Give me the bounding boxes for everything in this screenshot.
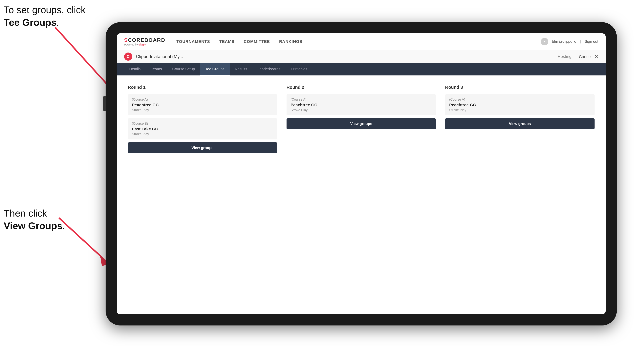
- round-3-course-a-card: (Course A) Peachtree GC Stroke Play: [445, 94, 594, 115]
- round-1-course-a-format: Stroke Play: [132, 108, 273, 112]
- round-3-course-a-format: Stroke Play: [449, 108, 590, 112]
- cancel-button[interactable]: Cancel ✕: [579, 54, 598, 59]
- round-2-view-groups-button[interactable]: View groups: [286, 118, 436, 129]
- tablet-screen: SCOREBOARD Powered by clippit TOURNAMENT…: [117, 33, 606, 314]
- round-2-course-a-name: Peachtree GC: [290, 103, 432, 107]
- main-nav: TOURNAMENTS TEAMS COMMITTEE RANKINGS: [176, 38, 541, 45]
- cancel-icon: ✕: [594, 54, 598, 59]
- user-avatar: ●: [541, 38, 548, 45]
- round-1-course-b-card: (Course B) East Lake GC Stroke Play: [128, 118, 277, 140]
- hosting-badge: Hosting: [558, 54, 572, 59]
- tab-results[interactable]: Results: [230, 63, 252, 75]
- tablet-frame: SCOREBOARD Powered by clippit TOURNAMENT…: [106, 22, 617, 326]
- round-2-course-a-label: (Course A): [290, 98, 432, 102]
- svg-line-0: [56, 28, 111, 89]
- round-2-title: Round 2: [286, 85, 436, 90]
- tab-details[interactable]: Details: [124, 63, 146, 75]
- round-1-course-a-label: (Course A): [132, 98, 273, 102]
- nav-committee[interactable]: COMMITTEE: [244, 38, 270, 45]
- content-area: Round 1 (Course A) Peachtree GC Stroke P…: [117, 75, 606, 314]
- user-area: ● blair@clippd.io | Sign out: [541, 38, 598, 45]
- logo-scoreboard: SCOREBOARD: [124, 37, 165, 43]
- round-3-view-groups-button[interactable]: View groups: [445, 118, 594, 129]
- user-email: blair@clippd.io: [552, 39, 576, 44]
- round-1-course-b-label: (Course B): [132, 122, 273, 126]
- tab-bar: Details Teams Course Setup Tee Groups Re…: [117, 63, 606, 75]
- round-1-title: Round 1: [128, 85, 277, 90]
- arrow-view-groups: [58, 216, 113, 268]
- nav-tournaments[interactable]: TOURNAMENTS: [176, 38, 210, 45]
- round-3-course-a-label: (Course A): [449, 98, 590, 102]
- sub-header-title: Clippd Invitational (My...: [136, 54, 558, 59]
- tab-printables[interactable]: Printables: [286, 63, 312, 75]
- sub-header-logo: C: [124, 52, 132, 61]
- tablet-side-button: [103, 96, 106, 111]
- instruction-bottom-line2: View Groups.: [4, 220, 65, 232]
- tab-tee-groups[interactable]: Tee Groups: [200, 63, 230, 75]
- round-1-column: Round 1 (Course A) Peachtree GC Stroke P…: [128, 85, 277, 153]
- round-3-title: Round 3: [445, 85, 594, 90]
- round-3-course-a-name: Peachtree GC: [449, 103, 590, 107]
- round-2-course-a-format: Stroke Play: [290, 108, 432, 112]
- tab-course-setup[interactable]: Course Setup: [167, 63, 200, 75]
- round-2-column: Round 2 (Course A) Peachtree GC Stroke P…: [286, 85, 436, 153]
- top-nav: SCOREBOARD Powered by clippit TOURNAMENT…: [117, 33, 606, 50]
- round-1-course-a-name: Peachtree GC: [132, 103, 273, 107]
- instruction-top-line1: To set groups, click: [4, 4, 86, 16]
- svg-line-2: [59, 218, 106, 261]
- instruction-top: To set groups, click Tee Groups.: [4, 4, 86, 29]
- instruction-bottom-line1: Then click: [4, 207, 65, 220]
- tab-teams[interactable]: Teams: [146, 63, 167, 75]
- round-1-course-a-card: (Course A) Peachtree GC Stroke Play: [128, 94, 277, 115]
- round-3-column: Round 3 (Course A) Peachtree GC Stroke P…: [445, 85, 594, 153]
- round-1-view-groups-button[interactable]: View groups: [128, 142, 277, 153]
- nav-rankings[interactable]: RANKINGS: [279, 38, 302, 45]
- tab-leaderboards[interactable]: Leaderboards: [252, 63, 286, 75]
- round-1-course-b-name: East Lake GC: [132, 127, 273, 132]
- sign-out-link[interactable]: Sign out: [585, 39, 598, 44]
- round-2-course-a-card: (Course A) Peachtree GC Stroke Play: [286, 94, 436, 115]
- instruction-bottom: Then click View Groups.: [4, 207, 65, 232]
- sub-header: C Clippd Invitational (My... Hosting Can…: [117, 50, 606, 63]
- rounds-container: Round 1 (Course A) Peachtree GC Stroke P…: [128, 85, 594, 153]
- nav-teams[interactable]: TEAMS: [219, 38, 234, 45]
- logo-area: SCOREBOARD Powered by clippit: [124, 37, 165, 46]
- round-1-course-b-format: Stroke Play: [132, 132, 273, 136]
- logo-sub: Powered by clippit: [124, 43, 165, 46]
